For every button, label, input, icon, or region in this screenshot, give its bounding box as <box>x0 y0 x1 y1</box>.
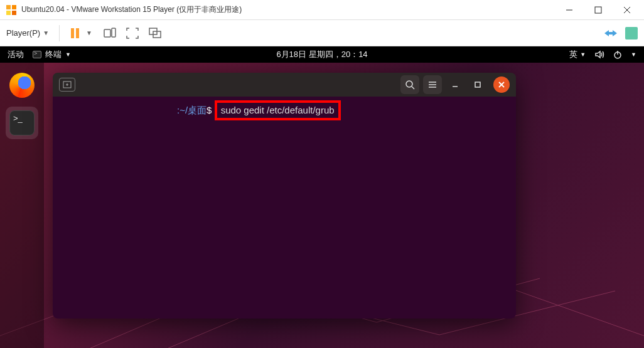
fullscreen-icon <box>126 28 139 39</box>
terminal-icon <box>33 51 41 58</box>
svg-rect-8 <box>104 29 110 37</box>
prompt-symbol: $ <box>207 105 212 115</box>
svg-rect-5 <box>595 7 601 13</box>
terminal-menu-button[interactable] <box>423 75 442 94</box>
terminal-maximize-button[interactable] <box>468 75 487 94</box>
devices-icon <box>104 28 116 39</box>
devices-button[interactable] <box>101 24 119 42</box>
terminal-titlebar <box>53 73 516 97</box>
terminal-close-button[interactable] <box>493 76 510 93</box>
dock-item-firefox[interactable] <box>6 69 38 102</box>
ubuntu-desktop: 活动 终端 ▼ 6月18日 星期四，20：14 英 ▼ ▼ <box>0 46 644 348</box>
unity-mode-icon <box>149 28 161 39</box>
svg-rect-0 <box>6 5 11 9</box>
vmware-maximize-button[interactable] <box>584 0 613 20</box>
terminal-minimize-button[interactable] <box>446 75 464 94</box>
vmware-window-title: Ubuntu20.04 - VMware Workstation 15 Play… <box>21 4 555 15</box>
terminal-window: :~/桌面$ sudo gedit /etc/default/grub <box>53 73 516 319</box>
gnome-top-bar: 活动 终端 ▼ 6月18日 星期四，20：14 英 ▼ ▼ <box>0 46 644 63</box>
vmware-titlebar: Ubuntu20.04 - VMware Workstation 15 Play… <box>0 0 644 20</box>
svg-rect-3 <box>12 11 16 15</box>
separator <box>59 25 60 41</box>
send-ctrl-alt-icon[interactable] <box>604 29 618 38</box>
minimize-icon <box>451 80 459 89</box>
dock-item-terminal[interactable] <box>6 107 38 139</box>
command-highlight: sudo gedit /etc/default/grub <box>215 100 341 120</box>
svg-rect-1 <box>12 5 16 9</box>
new-tab-icon <box>63 81 72 88</box>
dock <box>0 63 44 348</box>
app-menu[interactable]: 终端 ▼ <box>33 49 71 60</box>
terminal-search-button[interactable] <box>400 75 419 94</box>
vmware-minimize-button[interactable] <box>555 0 584 20</box>
maximize-icon <box>473 80 482 89</box>
pause-button[interactable] <box>66 24 83 42</box>
chevron-down-icon[interactable]: ▼ <box>86 29 92 36</box>
hamburger-menu-icon <box>427 80 437 89</box>
new-tab-button[interactable] <box>59 78 75 92</box>
clock[interactable]: 6月18日 星期四，20：14 <box>276 49 367 60</box>
volume-icon[interactable] <box>594 50 604 59</box>
svg-point-19 <box>406 81 412 87</box>
activities-button[interactable]: 活动 <box>8 49 24 60</box>
search-icon <box>405 80 415 90</box>
close-icon <box>498 81 505 88</box>
pause-icon <box>71 28 79 38</box>
terminal-app-icon <box>9 110 35 135</box>
terminal-body[interactable]: :~/桌面$ sudo gedit /etc/default/grub <box>53 97 516 319</box>
unity-mode-button[interactable] <box>146 24 164 42</box>
svg-rect-2 <box>6 11 11 15</box>
chevron-down-icon: ▼ <box>631 51 636 58</box>
chevron-down-icon: ▼ <box>65 51 71 58</box>
input-source-indicator[interactable]: 英 ▼ <box>569 49 586 60</box>
note-icon[interactable] <box>625 27 638 40</box>
svg-line-20 <box>412 87 414 89</box>
vmware-close-button[interactable] <box>613 0 641 20</box>
fullscreen-button[interactable] <box>124 24 141 42</box>
vmware-logo-icon <box>5 4 18 16</box>
player-menu[interactable]: Player(P) <box>6 28 40 38</box>
terminal-command: sudo gedit /etc/default/grub <box>221 105 335 115</box>
chevron-down-icon: ▼ <box>43 29 49 36</box>
language-label: 英 <box>569 49 577 60</box>
power-icon[interactable] <box>613 50 622 59</box>
prompt-path: :~/桌面 <box>177 105 207 115</box>
vmware-toolbar: Player(P) ▼ ▼ <box>0 20 644 46</box>
chevron-down-icon: ▼ <box>580 51 586 58</box>
app-menu-label: 终端 <box>45 49 62 60</box>
svg-rect-25 <box>475 82 480 87</box>
firefox-icon <box>9 73 35 98</box>
svg-rect-9 <box>112 28 115 37</box>
